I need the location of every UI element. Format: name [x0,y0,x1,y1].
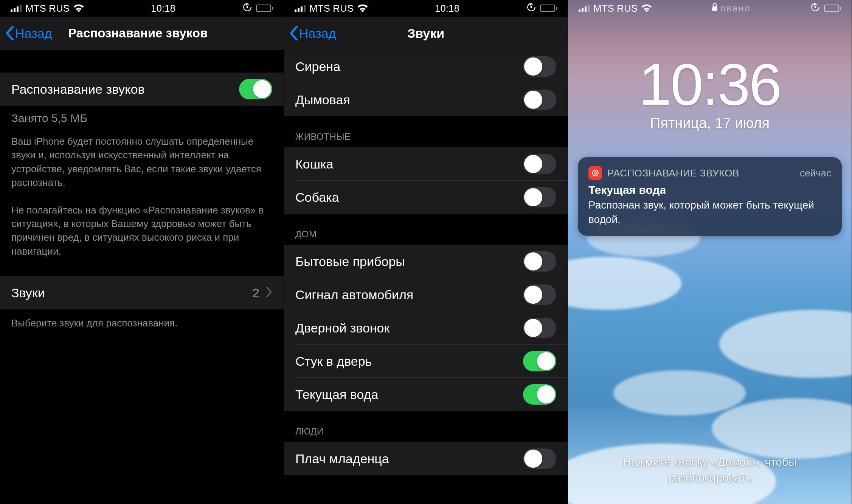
group-home: Бытовые приборы Сигнал автомобиля Дверно… [284,245,568,411]
description-2: Не полагайтесь на функцию «Распознавание… [0,196,284,265]
lock-time: 10:36 [568,51,852,118]
nav-title: Звуки [407,26,444,41]
carrier-label: MTS RUS [593,3,638,14]
status-time: 10:18 [151,3,175,14]
notification-time: сейчас [800,167,831,179]
battery-icon [256,5,273,12]
orientation-lock-icon [526,2,536,15]
group-people: Плач младенца [284,442,568,475]
sound-appliances-row[interactable]: Бытовые приборы [284,245,568,278]
sound-dog-row[interactable]: Собака [284,181,568,214]
svg-rect-0 [247,6,248,8]
sound-cat-toggle[interactable] [523,154,556,174]
sound-appliances-toggle[interactable] [523,251,556,272]
sound-smoke-toggle[interactable] [523,90,556,110]
notification-card[interactable]: РАСПОЗНАВАНИЕ ЗВУКОВ сейчас Текущая вода… [578,157,842,236]
signal-icon [11,5,22,12]
status-bar: MTS RUS 10:18 [0,0,284,17]
sound-baby-toggle[interactable] [523,448,556,469]
sound-smoke-row[interactable]: Дымовая [284,83,568,116]
sound-baby-row[interactable]: Плач младенца [284,442,568,475]
battery-icon [540,5,557,12]
sound-doorbell-row[interactable]: Дверной звонок [284,311,568,345]
status-bar: MTS RUS овано [568,0,852,17]
back-button[interactable]: Назад [289,26,336,41]
status-time: 10:18 [435,3,459,14]
sound-doorbell-toggle[interactable] [523,318,556,338]
screen-sound-recognition: MTS RUS 10:18 Назад Распознавание звуков… [0,0,284,504]
back-label: Назад [299,26,336,41]
lock-date: Пятница, 17 июля [568,115,852,131]
carrier-label: MTS RUS [25,3,70,14]
notification-body: Распознан звук, который может быть текущ… [588,198,831,227]
wifi-icon [357,3,368,14]
section-animals-header: ЖИВОТНЫЕ [284,116,568,147]
sound-carhorn-row[interactable]: Сигнал автомобиля [284,278,568,311]
storage-label: Занято 5,5 МБ [0,106,284,132]
unlock-hint: Нажмите кнопку «Домой», чтобы разблокиро… [568,454,852,486]
svg-rect-3 [815,6,816,8]
sounds-row[interactable]: Звуки 2 [0,276,284,309]
nav-title: Распознавание звуков [68,26,208,40]
sound-recognition-toggle[interactable] [239,79,272,99]
section-people-header: ЛЮДИ [284,411,568,442]
nav-bar: Назад Звуки [284,17,568,50]
sounds-label: Звуки [11,286,252,300]
sound-water-toggle[interactable] [523,384,556,405]
back-label: Назад [15,26,52,41]
status-bar: MTS RUS 10:18 [284,0,568,17]
signal-icon [579,5,590,12]
orientation-lock-icon [810,2,820,15]
screen-lock: MTS RUS овано 10:36 Пятница, 17 июля РАС… [568,0,852,504]
back-button[interactable]: Назад [5,26,52,41]
section-home-header: ДОМ [284,214,568,245]
svg-rect-1 [531,6,532,8]
group-animals: Кошка Собака [284,147,568,214]
nav-bar: Назад Распознавание звуков [0,17,284,50]
svg-rect-2 [712,6,717,11]
sound-water-row[interactable]: Текущая вода [284,378,568,411]
locked-text: овано [720,3,751,14]
signal-icon [295,5,306,12]
chevron-right-icon [266,286,272,300]
sounds-footer: Выберите звуки для распознавания. [0,309,284,337]
wifi-icon [73,3,84,14]
description-1: Ваш iPhone будет постоянно слушать опред… [0,132,284,196]
sound-doorknock-toggle[interactable] [523,351,556,371]
sound-dog-toggle[interactable] [523,187,556,207]
sound-carhorn-toggle[interactable] [523,284,556,305]
toggle-label: Распознавание звуков [11,82,239,97]
notification-app-name: РАСПОЗНАВАНИЕ ЗВУКОВ [607,167,795,179]
notification-app-icon [588,166,602,180]
battery-icon [824,5,841,12]
sound-cat-row[interactable]: Кошка [284,147,568,181]
svg-point-4 [594,172,597,175]
carrier-label: MTS RUS [309,3,354,14]
sound-siren-row[interactable]: Сирена [284,50,568,83]
group-top: Сирена Дымовая [284,50,568,116]
screen-sounds-list: MTS RUS 10:18 Назад Звуки Сирена Дымовая… [284,0,568,504]
lock-icon [711,3,718,14]
svg-point-5 [592,170,598,176]
sound-recognition-toggle-row[interactable]: Распознавание звуков [0,73,284,106]
wifi-icon [641,3,652,14]
sounds-count: 2 [252,286,259,300]
sound-siren-toggle[interactable] [523,56,556,77]
orientation-lock-icon [242,2,252,15]
sound-doorknock-row[interactable]: Стук в дверь [284,345,568,378]
notification-title: Текущая вода [588,184,831,196]
